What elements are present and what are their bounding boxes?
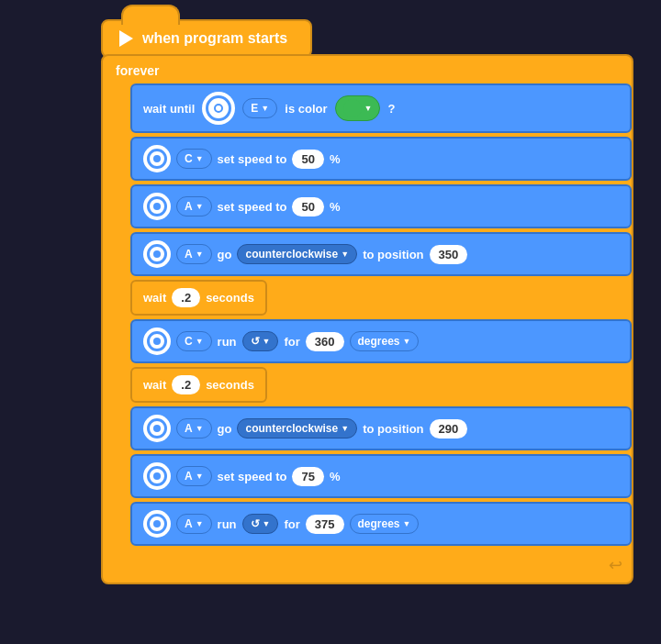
wait2-unit: seconds <box>206 378 254 392</box>
motor-c2-icon <box>143 328 171 355</box>
go-ccw-value[interactable]: 350 <box>430 245 468 264</box>
hat-block[interactable]: when program starts <box>101 19 312 58</box>
set-speed-a2-unit: % <box>330 470 341 483</box>
forever-label: forever <box>103 60 632 83</box>
direction2-dropdown[interactable]: counterclockwise ▼ <box>237 418 357 439</box>
direction-label: counterclockwise <box>245 248 338 261</box>
set-speed-c-unit: % <box>330 152 341 166</box>
loop-arrow: ↩ <box>609 555 622 575</box>
degrees-a-dropdown[interactable]: degrees ▼ <box>350 514 420 534</box>
set-speed-c-label: set speed to <box>218 152 287 166</box>
run-c-label: run <box>218 335 237 349</box>
color-sensor-icon <box>202 92 235 125</box>
run-c-360-block[interactable]: C ▼ run ↺ ▼ for 360 degrees ▼ <box>130 319 632 363</box>
set-speed-a2-block[interactable]: A ▼ set speed to 75 % <box>130 454 632 498</box>
color-dropdown-arrow: ▼ <box>364 104 373 113</box>
degrees-c-dropdown[interactable]: degrees ▼ <box>350 331 420 351</box>
run-c-dir-dropdown[interactable]: ↺ ▼ <box>242 331 279 351</box>
set-speed-a-block[interactable]: A ▼ set speed to 50 % <box>130 184 632 228</box>
set-speed-a-unit: % <box>330 200 341 214</box>
run-a-375-block[interactable]: A ▼ run ↺ ▼ for 375 degrees ▼ <box>130 502 632 546</box>
sensor-label: E <box>251 102 258 115</box>
motor-a2-dropdown[interactable]: A ▼ <box>176 244 212 264</box>
motor-c2-label: C <box>185 335 193 348</box>
motor-c2-dropdown[interactable]: C ▼ <box>176 331 212 351</box>
sensor-dropdown[interactable]: E ▼ <box>242 98 277 118</box>
motor-a2-icon <box>143 240 171 268</box>
motor-a4-dropdown[interactable]: A ▼ <box>176 466 212 486</box>
go-ccw2-value[interactable]: 290 <box>430 419 468 439</box>
wait2-block[interactable]: wait .2 seconds <box>130 367 267 403</box>
go2-label: go <box>218 422 232 436</box>
wait1-block[interactable]: wait .2 seconds <box>130 280 267 316</box>
question-mark: ? <box>387 102 395 116</box>
degrees-a-label: degrees <box>358 517 400 530</box>
motor-a-icon <box>143 193 171 220</box>
wait2-row: wait .2 seconds <box>130 367 632 403</box>
motor-c-dropdown[interactable]: C ▼ <box>176 149 212 169</box>
motor-a3-icon <box>143 415 171 442</box>
run-a-value[interactable]: 375 <box>306 515 344 534</box>
run-a-dir-icon: ↺ <box>251 517 260 530</box>
forever-bottom: ↩ <box>103 551 632 579</box>
wait1-value[interactable]: .2 <box>172 288 200 307</box>
motor-a4-label: A <box>185 470 193 483</box>
forever-block: forever wait until E ▼ is color ▼ <box>101 54 633 584</box>
wait2-value[interactable]: .2 <box>172 375 200 394</box>
wait-until-block[interactable]: wait until E ▼ is color ▼ ? <box>130 83 632 133</box>
set-speed-a-value[interactable]: 50 <box>292 197 323 217</box>
set-speed-a2-label: set speed to <box>218 470 287 483</box>
degrees-c-label: degrees <box>358 335 400 348</box>
forever-inner: wait until E ▼ is color ▼ ? <box>130 83 632 551</box>
run-a-dir-dropdown[interactable]: ↺ ▼ <box>242 514 279 534</box>
to-position2-label: to position <box>363 422 423 436</box>
motor-a4-icon <box>143 462 171 490</box>
run-a-label: run <box>218 517 237 531</box>
set-speed-c-value[interactable]: 50 <box>292 150 323 169</box>
motor-a-dropdown[interactable]: A ▼ <box>176 196 212 217</box>
motor-a2-label: A <box>185 248 193 261</box>
go-label: go <box>218 248 232 261</box>
run-c-dir-icon: ↺ <box>251 335 260 348</box>
wait1-unit: seconds <box>206 291 254 305</box>
wait1-row: wait .2 seconds <box>130 280 632 316</box>
set-speed-a-label: set speed to <box>218 200 287 214</box>
motor-a-label: A <box>185 200 193 213</box>
motor-a5-dropdown[interactable]: A ▼ <box>176 514 212 534</box>
hat-label: when program starts <box>142 30 287 47</box>
run-c-for-label: for <box>284 335 299 349</box>
motor-a3-label: A <box>185 422 193 435</box>
set-speed-a2-value[interactable]: 75 <box>292 467 323 486</box>
go-ccw-a-350-block[interactable]: A ▼ go counterclockwise ▼ to position 35… <box>130 232 632 276</box>
wait1-label: wait <box>143 291 166 305</box>
run-a-for-label: for <box>284 517 299 531</box>
direction2-label: counterclockwise <box>245 422 338 435</box>
wait2-label: wait <box>143 378 166 392</box>
color-dropdown[interactable]: ▼ <box>335 95 381 121</box>
sensor-dropdown-arrow: ▼ <box>261 104 269 113</box>
set-speed-c-block[interactable]: C ▼ set speed to 50 % <box>130 137 632 181</box>
scratch-program: when program starts forever wait until E… <box>28 19 633 625</box>
is-color-label: is color <box>285 102 327 116</box>
motor-a3-dropdown[interactable]: A ▼ <box>176 418 212 439</box>
play-icon <box>119 30 133 47</box>
direction-dropdown[interactable]: counterclockwise ▼ <box>237 244 357 264</box>
motor-c-label: C <box>185 152 193 165</box>
motor-c-icon <box>143 145 171 172</box>
motor-a5-label: A <box>185 517 193 530</box>
run-c-value[interactable]: 360 <box>306 332 344 351</box>
color-swatch <box>343 99 362 117</box>
wait-until-label: wait until <box>143 102 195 116</box>
motor-a5-icon <box>143 510 171 538</box>
go-ccw-a-290-block[interactable]: A ▼ go counterclockwise ▼ to position 29… <box>130 406 632 450</box>
to-position-label: to position <box>363 248 423 261</box>
